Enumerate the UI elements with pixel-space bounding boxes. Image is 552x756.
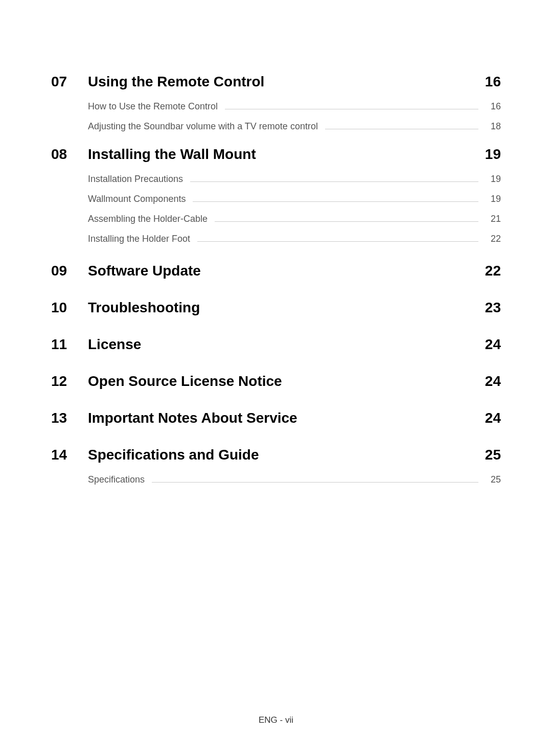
- page-footer: ENG - vii: [0, 715, 552, 725]
- toc-sub-entry: Specifications 25: [88, 474, 501, 485]
- sub-entry-page: 19: [486, 194, 501, 204]
- sub-entry-title: How to Use the Remote Control: [88, 101, 218, 112]
- toc-section: 14 Specifications and Guide 25: [51, 447, 501, 463]
- section-number: 09: [51, 263, 88, 279]
- toc-sub-entry: How to Use the Remote Control 16: [88, 101, 501, 112]
- leader-line: [197, 241, 478, 242]
- leader-line: [325, 129, 478, 129]
- section-number: 08: [51, 146, 88, 163]
- section-title: Software Update: [88, 263, 475, 279]
- sub-entry-title: Adjusting the Soundbar volume with a TV …: [88, 121, 318, 132]
- section-title: License: [88, 336, 475, 353]
- sub-entry-page: 18: [486, 121, 501, 132]
- section-page: 23: [475, 300, 501, 316]
- sub-entry-page: 19: [486, 174, 501, 185]
- section-page: 22: [475, 263, 501, 279]
- sub-entry-title: Assembling the Holder-Cable: [88, 214, 208, 224]
- section-title: Installing the Wall Mount: [88, 146, 475, 163]
- section-number: 11: [51, 336, 88, 353]
- section-page: 25: [475, 447, 501, 463]
- section-title: Important Notes About Service: [88, 410, 475, 426]
- sub-entry-page: 16: [486, 101, 501, 112]
- section-title: Troubleshooting: [88, 300, 475, 316]
- section-number: 14: [51, 447, 88, 463]
- toc-section: 09 Software Update 22: [51, 263, 501, 279]
- toc-section: 07 Using the Remote Control 16: [51, 74, 501, 90]
- leader-line: [215, 221, 478, 222]
- section-page: 24: [475, 336, 501, 353]
- leader-line: [225, 109, 478, 109]
- toc-section: 11 License 24: [51, 336, 501, 353]
- section-page: 24: [475, 410, 501, 426]
- sub-entry-page: 25: [486, 474, 501, 485]
- toc-section: 12 Open Source License Notice 24: [51, 373, 501, 390]
- leader-line: [193, 201, 478, 202]
- leader-line: [152, 482, 478, 483]
- section-page: 24: [475, 373, 501, 390]
- section-number: 13: [51, 410, 88, 426]
- toc-section: 10 Troubleshooting 23: [51, 300, 501, 316]
- section-page: 19: [475, 146, 501, 163]
- toc-sub-entry: Assembling the Holder-Cable 21: [88, 214, 501, 224]
- section-number: 07: [51, 74, 88, 90]
- sub-entry-title: Wallmount Components: [88, 194, 186, 204]
- toc-sub-entry: Wallmount Components 19: [88, 194, 501, 204]
- sub-entry-page: 21: [486, 214, 501, 224]
- section-title: Specifications and Guide: [88, 447, 475, 463]
- sub-entry-title: Specifications: [88, 474, 145, 485]
- sub-entry-title: Installing the Holder Foot: [88, 234, 190, 244]
- section-number: 10: [51, 300, 88, 316]
- sub-entry-page: 22: [486, 234, 501, 244]
- toc-section: 08 Installing the Wall Mount 19: [51, 146, 501, 163]
- toc-section: 13 Important Notes About Service 24: [51, 410, 501, 426]
- toc-sub-entry: Installing the Holder Foot 22: [88, 234, 501, 244]
- section-title: Using the Remote Control: [88, 74, 475, 90]
- leader-line: [190, 181, 478, 182]
- toc-sub-entry: Installation Precautions 19: [88, 174, 501, 185]
- section-number: 12: [51, 373, 88, 390]
- table-of-contents: 07 Using the Remote Control 16 How to Us…: [51, 61, 501, 487]
- sub-entry-title: Installation Precautions: [88, 174, 183, 185]
- section-title: Open Source License Notice: [88, 373, 475, 390]
- section-page: 16: [475, 74, 501, 90]
- toc-sub-entry: Adjusting the Soundbar volume with a TV …: [88, 121, 501, 132]
